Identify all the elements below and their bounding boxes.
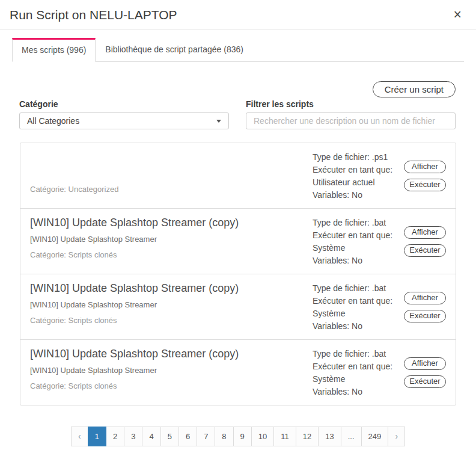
script-actions: Afficher Exécuter	[404, 347, 446, 398]
script-details: Type de fichier: .ps1Exécuter en tant qu…	[313, 150, 397, 202]
tab-mes-scripts[interactable]: Mes scripts (996)	[12, 38, 96, 62]
script-detail-line: Type de fichier: .bat	[313, 217, 397, 229]
close-icon[interactable]: ×	[453, 8, 463, 22]
script-detail-line: Exécuter en tant que: Système	[313, 360, 397, 386]
pagination-page-3[interactable]: 3	[124, 427, 142, 446]
chevron-down-icon	[216, 120, 221, 123]
pagination-page-1[interactable]: 1	[88, 427, 106, 446]
script-category: Catégorie: Uncategorized	[30, 184, 313, 194]
pagination-page-11[interactable]: 11	[273, 427, 296, 446]
create-script-button[interactable]: Créer un script	[373, 81, 456, 97]
script-detail-line: Variables: No	[313, 386, 397, 398]
pagination-page-6[interactable]: 6	[178, 427, 197, 446]
script-category: Catégorie: Scripts clonés	[30, 381, 313, 391]
search-input[interactable]	[246, 112, 456, 129]
script-details: Type de fichier: .batExécuter en tant qu…	[313, 281, 397, 333]
pagination-page-4[interactable]: 4	[142, 427, 160, 446]
script-row: Catégorie: Uncategorized Type de fichier…	[20, 143, 456, 208]
pagination-page-8[interactable]: 8	[215, 427, 233, 446]
script-subtitle: [WIN10] Update Splashtop Streamer	[30, 234, 313, 244]
script-category: Catégorie: Scripts clonés	[30, 250, 313, 260]
script-detail-line: Exécuter en tant que: Utilisateur actuel	[313, 164, 397, 189]
tab-bibliotheque-partagee[interactable]: Bibliothèque de script partagée (836)	[96, 37, 253, 61]
script-details: Type de fichier: .batExécuter en tant qu…	[313, 215, 397, 267]
view-button[interactable]: Afficher	[404, 226, 446, 239]
script-title: [WIN10] Update Splashtop Streamer (copy)	[30, 347, 313, 361]
script-title: [WIN10] Update Splashtop Streamer (copy)	[30, 216, 313, 230]
tab-label: Mes scripts (996)	[22, 45, 86, 55]
filters-row: Catégorie All Categories Filtrer les scr…	[19, 99, 456, 129]
pagination-page-12[interactable]: 12	[296, 427, 319, 446]
run-button[interactable]: Exécuter	[404, 310, 446, 322]
tab-bar: Mes scripts (996) Bibliothèque de script…	[12, 37, 464, 62]
script-info: [WIN10] Update Splashtop Streamer (copy)…	[30, 281, 313, 333]
pagination-page-249[interactable]: 249	[361, 427, 389, 446]
script-title: [WIN10] Update Splashtop Streamer (copy)	[30, 282, 313, 295]
modal-header: Run Script on NELU-LAPTOP ×	[0, 0, 476, 30]
script-info: Catégorie: Uncategorized	[30, 150, 313, 202]
script-info: [WIN10] Update Splashtop Streamer (copy)…	[30, 347, 313, 398]
create-row: Créer un script	[19, 81, 456, 97]
run-button[interactable]: Exécuter	[404, 244, 446, 257]
view-button[interactable]: Afficher	[404, 357, 446, 370]
script-category: Catégorie: Scripts clonés	[30, 315, 313, 325]
pagination-page-9[interactable]: 9	[233, 427, 252, 446]
tab-label: Bibliothèque de script partagée (836)	[105, 45, 243, 54]
pagination: ‹12345678910111213...249›	[0, 427, 476, 446]
script-list: Catégorie: Uncategorized Type de fichier…	[20, 143, 456, 405]
view-button[interactable]: Afficher	[404, 161, 446, 173]
script-row: [WIN10] Update Splashtop Streamer (copy)…	[20, 274, 456, 339]
script-detail-line: Type de fichier: .bat	[313, 348, 397, 360]
script-row: [WIN10] Update Splashtop Streamer (copy)…	[20, 208, 456, 274]
script-subtitle	[30, 168, 313, 179]
category-select[interactable]: All Categories	[19, 112, 229, 129]
script-detail-line: Variables: No	[313, 254, 397, 267]
script-detail-line: Exécuter en tant que: Système	[313, 229, 397, 254]
category-label: Catégorie	[19, 99, 229, 109]
script-detail-line: Type de fichier: .ps1	[313, 151, 397, 164]
script-actions: Afficher Exécuter	[404, 150, 446, 202]
script-detail-line: Type de fichier: .bat	[313, 282, 397, 295]
pagination-page-7[interactable]: 7	[197, 427, 215, 446]
script-detail-line: Variables: No	[313, 320, 397, 333]
modal-title: Run Script on NELU-LAPTOP	[10, 8, 177, 22]
pagination-next[interactable]: ›	[388, 427, 405, 446]
view-button[interactable]: Afficher	[404, 292, 446, 304]
category-selected-value: All Categories	[27, 116, 79, 126]
script-detail-line: Exécuter en tant que: Système	[313, 295, 397, 320]
run-script-modal: Run Script on NELU-LAPTOP × Mes scripts …	[0, 0, 476, 446]
script-title	[30, 150, 313, 164]
pagination-page-13[interactable]: 13	[318, 427, 341, 446]
script-details: Type de fichier: .batExécuter en tant qu…	[313, 347, 397, 398]
search-filter: Filtrer les scripts	[246, 99, 456, 129]
run-button[interactable]: Exécuter	[404, 375, 446, 388]
search-label: Filtrer les scripts	[246, 99, 456, 109]
script-subtitle: [WIN10] Update Splashtop Streamer	[30, 365, 313, 375]
script-actions: Afficher Exécuter	[404, 281, 446, 333]
pagination-prev[interactable]: ‹	[71, 427, 88, 446]
pagination-page-2[interactable]: 2	[106, 427, 124, 446]
pagination-page-10[interactable]: 10	[251, 427, 274, 446]
category-filter: Catégorie All Categories	[19, 99, 229, 129]
script-row: [WIN10] Update Splashtop Streamer (copy)…	[20, 339, 456, 405]
script-subtitle: [WIN10] Update Splashtop Streamer	[30, 300, 313, 310]
pagination-ellipsis[interactable]: ...	[341, 427, 362, 446]
run-button[interactable]: Exécuter	[404, 179, 446, 191]
script-detail-line: Variables: No	[313, 189, 397, 202]
pagination-page-5[interactable]: 5	[160, 427, 179, 446]
script-actions: Afficher Exécuter	[404, 215, 446, 267]
script-info: [WIN10] Update Splashtop Streamer (copy)…	[30, 215, 313, 267]
